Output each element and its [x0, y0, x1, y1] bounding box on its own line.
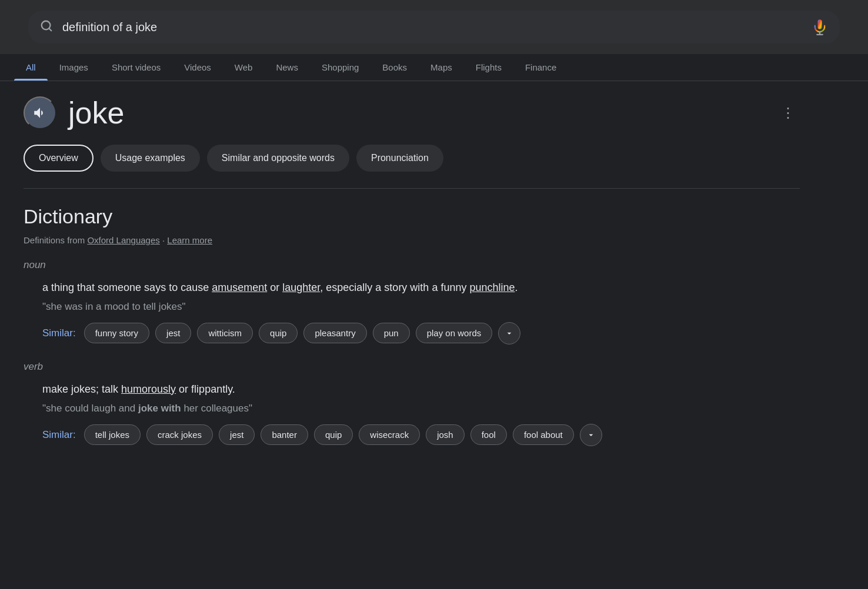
tag-quip-verb[interactable]: quip — [314, 424, 353, 445]
mic-icon[interactable] — [812, 19, 828, 35]
main-content: joke ⋮ Overview Usage examples Similar a… — [0, 81, 823, 477]
divider — [24, 188, 800, 189]
tag-crack-jokes[interactable]: crack jokes — [146, 424, 213, 445]
laughter-link[interactable]: laughter — [282, 282, 320, 293]
verb-bold-joke: joke with — [138, 403, 181, 414]
tag-banter[interactable]: banter — [261, 424, 308, 445]
nav-tab-web[interactable]: Web — [223, 54, 265, 81]
nav-tab-videos[interactable]: Videos — [172, 54, 223, 81]
svg-line-1 — [49, 28, 51, 31]
nav-tab-all[interactable]: All — [14, 54, 48, 81]
nav-tab-news[interactable]: News — [264, 54, 310, 81]
word-title: joke — [68, 95, 124, 130]
tag-josh[interactable]: josh — [426, 424, 465, 445]
tag-jest-verb[interactable]: jest — [219, 424, 255, 445]
speaker-icon — [32, 105, 48, 121]
punchline-link[interactable]: punchline — [469, 282, 515, 293]
verb-similar-row: Similar: tell jokes crack jokes jest ban… — [42, 424, 800, 446]
learn-more-link[interactable]: Learn more — [167, 235, 212, 245]
speaker-button[interactable] — [24, 96, 56, 129]
oxford-languages-link[interactable]: Oxford Languages — [87, 235, 159, 245]
noun-similar-row: Similar: funny story jest witticism quip… — [42, 322, 800, 344]
word-header: joke ⋮ — [24, 95, 800, 130]
humorously-link[interactable]: humorously — [121, 383, 176, 395]
verb-similar-label: Similar: — [42, 429, 76, 441]
source-line: Definitions from Oxford Languages · Lear… — [24, 235, 800, 245]
nav-tab-books[interactable]: Books — [370, 54, 419, 81]
search-bar: definition of a joke — [28, 11, 840, 43]
tab-pill-similar-opposite[interactable]: Similar and opposite words — [207, 145, 349, 172]
amusement-link[interactable]: amusement — [212, 282, 267, 293]
pos-verb: verb — [24, 361, 800, 373]
tag-pleasantry[interactable]: pleasantry — [303, 323, 366, 343]
noun-expand-button[interactable] — [498, 322, 520, 344]
tag-witticism[interactable]: witticism — [197, 323, 253, 343]
noun-definition-text: a thing that someone says to cause amuse… — [42, 279, 800, 296]
tab-pills: Overview Usage examples Similar and oppo… — [24, 145, 800, 172]
noun-definition-block: a thing that someone says to cause amuse… — [42, 279, 800, 344]
dictionary-title: Dictionary — [24, 205, 800, 228]
search-input[interactable]: definition of a joke — [62, 21, 812, 34]
tag-jest-noun[interactable]: jest — [155, 323, 191, 343]
nav-tab-flights[interactable]: Flights — [464, 54, 513, 81]
word-header-left: joke — [24, 95, 124, 130]
tag-quip-noun[interactable]: quip — [259, 323, 298, 343]
nav-tab-finance[interactable]: Finance — [513, 54, 568, 81]
more-options-button[interactable]: ⋮ — [776, 100, 800, 126]
verb-example: "she could laugh and joke with her colle… — [42, 403, 800, 414]
verb-definition-text: make jokes; talk humorously or flippantl… — [42, 381, 800, 398]
tag-fool[interactable]: fool — [470, 424, 507, 445]
verb-expand-button[interactable] — [580, 424, 602, 446]
tag-funny-story[interactable]: funny story — [84, 323, 149, 343]
search-bar-area: definition of a joke — [0, 0, 868, 54]
noun-example: "she was in a mood to tell jokes" — [42, 301, 800, 313]
tab-pill-overview[interactable]: Overview — [24, 145, 94, 172]
tag-play-on-words[interactable]: play on words — [416, 323, 493, 343]
pos-noun: noun — [24, 259, 800, 271]
tag-tell-jokes[interactable]: tell jokes — [84, 424, 141, 445]
nav-tabs: All Images Short videos Videos Web News … — [0, 54, 868, 81]
nav-tab-maps[interactable]: Maps — [419, 54, 464, 81]
nav-tab-shopping[interactable]: Shopping — [310, 54, 370, 81]
chevron-down-icon — [505, 329, 514, 338]
noun-similar-label: Similar: — [42, 327, 76, 339]
dictionary-section: Dictionary Definitions from Oxford Langu… — [24, 205, 800, 446]
nav-tab-short-videos[interactable]: Short videos — [100, 54, 172, 81]
tab-pill-pronunciation[interactable]: Pronunciation — [356, 145, 443, 172]
verb-definition-block: make jokes; talk humorously or flippantl… — [42, 381, 800, 446]
tag-wisecrack[interactable]: wisecrack — [359, 424, 420, 445]
nav-tab-images[interactable]: Images — [48, 54, 100, 81]
chevron-down-icon-verb — [586, 430, 596, 440]
tab-pill-usage-examples[interactable]: Usage examples — [101, 145, 200, 172]
tag-fool-about[interactable]: fool about — [513, 424, 574, 445]
tag-pun[interactable]: pun — [373, 323, 410, 343]
source-prefix: Definitions from — [24, 235, 87, 245]
search-icon — [40, 19, 53, 35]
